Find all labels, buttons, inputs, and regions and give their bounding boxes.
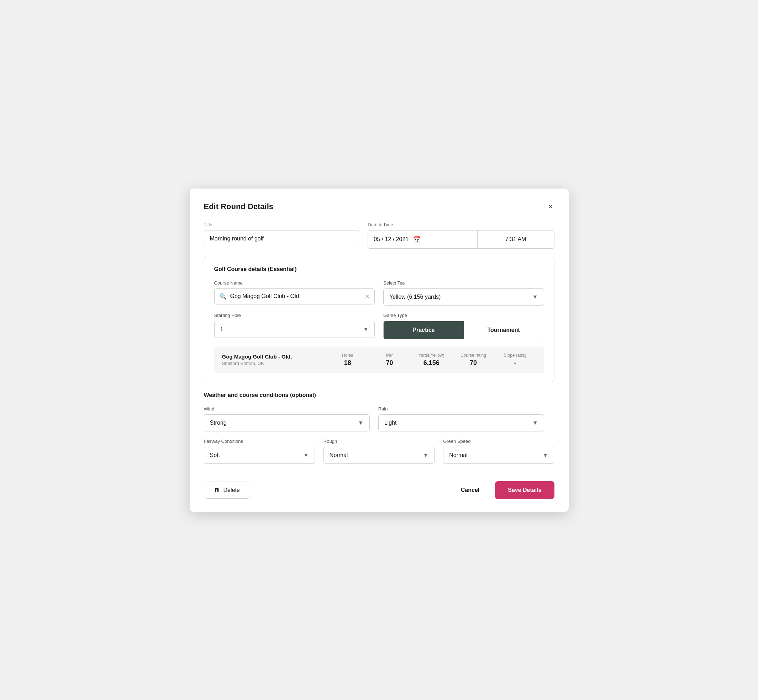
rough-group: Rough Normal ▼: [324, 439, 434, 464]
green-speed-dropdown[interactable]: Normal ▼: [443, 447, 554, 464]
fairway-dropdown[interactable]: Soft ▼: [204, 447, 315, 464]
course-info-name-text: Gog Magog Golf Club - Old,: [222, 353, 327, 359]
course-info-name: Gog Magog Golf Club - Old, Shelford Bott…: [222, 353, 327, 366]
yards-label: Yards(Yellow): [418, 353, 445, 358]
wind-group: Wind Strong ▼: [204, 406, 370, 431]
wind-dropdown[interactable]: Strong ▼: [204, 414, 370, 431]
holes-stat: Holes 18: [327, 353, 369, 367]
trash-icon: 🗑: [214, 487, 220, 493]
chevron-down-icon-wind: ▼: [358, 420, 364, 426]
close-button[interactable]: ×: [547, 201, 554, 212]
course-name-label: Course Name: [214, 280, 375, 286]
starting-hole-label: Starting Hole: [214, 312, 375, 318]
rain-value: Light: [384, 420, 397, 426]
golf-course-section: Golf Course details (Essential) Course N…: [204, 256, 554, 382]
datetime-group: Date & Time 05 / 12 / 2021 📅 7:31 AM: [368, 222, 554, 248]
delete-button[interactable]: 🗑 Delete: [204, 481, 250, 499]
slope-rating-value: -: [514, 359, 516, 367]
starting-hole-group: Starting Hole 1 ▼: [214, 312, 375, 339]
course-name-input[interactable]: 🔍 ✕: [214, 289, 375, 305]
fairway-label: Fairway Conditions: [204, 439, 315, 444]
edit-round-modal: Edit Round Details × Title Date & Time 0…: [190, 189, 568, 512]
weather-section: Weather and course conditions (optional)…: [204, 392, 554, 464]
slope-rating-stat: Slope rating -: [494, 353, 536, 367]
select-tee-value: Yellow (6,156 yards): [389, 294, 440, 300]
conditions-row: Fairway Conditions Soft ▼ Rough Normal ▼…: [204, 439, 554, 464]
datetime-label: Date & Time: [368, 222, 554, 227]
practice-button[interactable]: Practice: [384, 321, 464, 339]
green-speed-value: Normal: [449, 452, 468, 458]
chevron-down-icon-hole: ▼: [363, 326, 369, 333]
rain-group: Rain Light ▼: [378, 406, 544, 431]
course-tee-row: Course Name 🔍 ✕ Select Tee Yellow (6,156…: [214, 280, 544, 306]
footer-row: 🗑 Delete Cancel Save Details: [204, 474, 554, 499]
fairway-value: Soft: [210, 452, 220, 458]
par-label: Par: [386, 353, 393, 358]
chevron-down-icon: ▼: [532, 294, 538, 300]
save-button[interactable]: Save Details: [495, 481, 554, 499]
clear-icon[interactable]: ✕: [365, 293, 370, 300]
yards-value: 6,156: [423, 359, 440, 367]
rough-label: Rough: [324, 439, 434, 444]
time-input[interactable]: 7:31 AM: [478, 230, 554, 248]
slope-rating-label: Slope rating: [504, 353, 527, 358]
rain-label: Rain: [378, 406, 544, 411]
game-type-group: Game Type Practice Tournament: [383, 312, 544, 339]
footer-right: Cancel Save Details: [454, 481, 554, 499]
par-stat: Par 70: [369, 353, 411, 367]
chevron-down-icon-fairway: ▼: [303, 452, 309, 458]
title-label: Title: [204, 222, 359, 227]
chevron-down-icon-rough: ▼: [423, 452, 429, 458]
yards-stat: Yards(Yellow) 6,156: [410, 353, 452, 367]
fairway-group: Fairway Conditions Soft ▼: [204, 439, 315, 464]
course-search-field[interactable]: [230, 293, 362, 300]
rain-dropdown[interactable]: Light ▼: [378, 414, 544, 431]
holes-label: Holes: [342, 353, 353, 358]
select-tee-dropdown[interactable]: Yellow (6,156 yards) ▼: [383, 289, 544, 306]
search-icon: 🔍: [219, 293, 227, 300]
game-type-label: Game Type: [383, 312, 544, 318]
green-speed-label: Green Speed: [443, 439, 554, 444]
modal-title: Edit Round Details: [204, 202, 274, 211]
delete-label: Delete: [224, 487, 240, 493]
course-info-location: Shelford Bottom, UK: [222, 361, 327, 366]
golf-course-title: Golf Course details (Essential): [214, 266, 544, 272]
course-rating-stat: Course rating 70: [452, 353, 494, 367]
select-tee-label: Select Tee: [383, 280, 544, 286]
tournament-button[interactable]: Tournament: [464, 321, 544, 339]
par-value: 70: [386, 359, 393, 367]
course-rating-value: 70: [470, 359, 477, 367]
wind-value: Strong: [210, 420, 227, 426]
hole-gametype-row: Starting Hole 1 ▼ Game Type Practice Tou…: [214, 312, 544, 339]
date-value: 05 / 12 / 2021: [374, 236, 409, 242]
modal-header: Edit Round Details ×: [204, 201, 554, 212]
title-group: Title: [204, 222, 359, 248]
game-type-toggle: Practice Tournament: [383, 321, 544, 339]
rough-dropdown[interactable]: Normal ▼: [324, 447, 434, 464]
select-tee-group: Select Tee Yellow (6,156 yards) ▼: [383, 280, 544, 306]
date-input[interactable]: 05 / 12 / 2021 📅: [368, 230, 477, 248]
title-input[interactable]: [204, 230, 359, 247]
weather-title: Weather and course conditions (optional): [204, 392, 554, 398]
rough-value: Normal: [329, 452, 348, 458]
title-datetime-row: Title Date & Time 05 / 12 / 2021 📅 7:31 …: [204, 222, 554, 248]
holes-value: 18: [344, 359, 351, 367]
course-name-group: Course Name 🔍 ✕: [214, 280, 375, 306]
wind-label: Wind: [204, 406, 370, 411]
chevron-down-icon-rain: ▼: [532, 420, 538, 426]
starting-hole-value: 1: [220, 326, 224, 333]
chevron-down-icon-green: ▼: [543, 452, 548, 458]
starting-hole-dropdown[interactable]: 1 ▼: [214, 321, 375, 338]
date-time-group: 05 / 12 / 2021 📅 7:31 AM: [368, 230, 554, 248]
green-speed-group: Green Speed Normal ▼: [443, 439, 554, 464]
cancel-button[interactable]: Cancel: [454, 482, 487, 498]
wind-rain-row: Wind Strong ▼ Rain Light ▼: [204, 406, 554, 431]
course-info-box: Gog Magog Golf Club - Old, Shelford Bott…: [214, 347, 544, 373]
calendar-icon: 📅: [413, 236, 421, 243]
time-value: 7:31 AM: [505, 236, 526, 242]
course-rating-label: Course rating: [460, 353, 486, 358]
